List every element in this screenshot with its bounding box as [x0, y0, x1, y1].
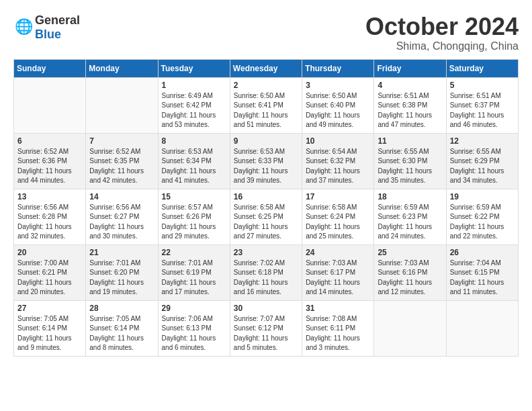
day-info: Sunrise: 6:51 AM Sunset: 6:38 PM Dayligh…: [378, 91, 442, 130]
day-header-wednesday: Wednesday: [230, 59, 302, 77]
calendar-cell: 31Sunrise: 7:08 AM Sunset: 6:11 PM Dayli…: [302, 300, 374, 356]
day-number: 6: [17, 136, 82, 146]
day-number: 26: [450, 248, 515, 257]
day-info: Sunrise: 7:03 AM Sunset: 6:16 PM Dayligh…: [378, 259, 442, 298]
calendar-week-row: 6Sunrise: 6:52 AM Sunset: 6:36 PM Daylig…: [14, 133, 519, 189]
day-header-monday: Monday: [86, 59, 158, 77]
month-title: October 2024: [365, 13, 519, 40]
logo: 🌐 General Blue: [13, 13, 80, 42]
day-number: 27: [17, 304, 82, 313]
day-info: Sunrise: 6:59 AM Sunset: 6:22 PM Dayligh…: [450, 203, 515, 242]
day-number: 31: [306, 304, 370, 313]
day-number: 16: [234, 192, 298, 201]
day-info: Sunrise: 6:53 AM Sunset: 6:33 PM Dayligh…: [234, 147, 298, 186]
day-info: Sunrise: 6:50 AM Sunset: 6:40 PM Dayligh…: [306, 91, 370, 130]
day-info: Sunrise: 6:55 AM Sunset: 6:29 PM Dayligh…: [450, 147, 515, 186]
calendar-week-row: 1Sunrise: 6:49 AM Sunset: 6:42 PM Daylig…: [14, 77, 519, 133]
day-info: Sunrise: 6:52 AM Sunset: 6:35 PM Dayligh…: [89, 147, 154, 186]
day-number: 22: [162, 248, 226, 257]
day-info: Sunrise: 7:06 AM Sunset: 6:13 PM Dayligh…: [162, 314, 226, 353]
day-number: 18: [378, 192, 442, 201]
day-info: Sunrise: 7:05 AM Sunset: 6:14 PM Dayligh…: [89, 314, 154, 353]
svg-text:🌐: 🌐: [15, 18, 32, 36]
calendar-cell: 24Sunrise: 7:03 AM Sunset: 6:17 PM Dayli…: [302, 244, 374, 300]
day-number: 8: [162, 136, 226, 146]
day-number: 14: [89, 192, 154, 201]
day-number: 29: [162, 304, 226, 313]
day-info: Sunrise: 6:49 AM Sunset: 6:42 PM Dayligh…: [162, 91, 226, 130]
day-number: 4: [378, 81, 442, 90]
day-info: Sunrise: 7:00 AM Sunset: 6:21 PM Dayligh…: [17, 259, 82, 298]
day-number: 23: [234, 248, 298, 257]
calendar-table: SundayMondayTuesdayWednesdayThursdayFrid…: [13, 59, 519, 357]
day-info: Sunrise: 6:56 AM Sunset: 6:28 PM Dayligh…: [17, 203, 82, 242]
day-number: 30: [234, 304, 298, 313]
day-info: Sunrise: 6:58 AM Sunset: 6:24 PM Dayligh…: [306, 203, 370, 242]
calendar-week-row: 27Sunrise: 7:05 AM Sunset: 6:14 PM Dayli…: [14, 300, 519, 356]
day-number: 11: [378, 136, 442, 146]
calendar-cell: 15Sunrise: 6:57 AM Sunset: 6:26 PM Dayli…: [158, 189, 230, 244]
day-number: 13: [17, 192, 82, 201]
day-header-saturday: Saturday: [446, 59, 518, 77]
calendar-cell: 18Sunrise: 6:59 AM Sunset: 6:23 PM Dayli…: [374, 189, 446, 244]
day-info: Sunrise: 7:02 AM Sunset: 6:18 PM Dayligh…: [234, 259, 298, 298]
calendar-cell: 26Sunrise: 7:04 AM Sunset: 6:15 PM Dayli…: [446, 244, 518, 300]
day-number: 5: [450, 81, 515, 90]
calendar-cell: 16Sunrise: 6:58 AM Sunset: 6:25 PM Dayli…: [230, 189, 302, 244]
calendar-header-row: SundayMondayTuesdayWednesdayThursdayFrid…: [14, 59, 519, 77]
calendar-cell: 10Sunrise: 6:54 AM Sunset: 6:32 PM Dayli…: [302, 133, 374, 189]
calendar-cell: 6Sunrise: 6:52 AM Sunset: 6:36 PM Daylig…: [14, 133, 86, 189]
logo-general: General: [35, 13, 80, 27]
calendar-cell: 22Sunrise: 7:01 AM Sunset: 6:19 PM Dayli…: [158, 244, 230, 300]
day-number: 17: [306, 192, 370, 201]
calendar-cell: 8Sunrise: 6:53 AM Sunset: 6:34 PM Daylig…: [158, 133, 230, 189]
day-info: Sunrise: 6:56 AM Sunset: 6:27 PM Dayligh…: [89, 203, 154, 242]
day-info: Sunrise: 6:55 AM Sunset: 6:30 PM Dayligh…: [378, 147, 442, 186]
logo-icon: 🌐: [13, 18, 32, 37]
day-info: Sunrise: 6:58 AM Sunset: 6:25 PM Dayligh…: [234, 203, 298, 242]
calendar-cell: 13Sunrise: 6:56 AM Sunset: 6:28 PM Dayli…: [14, 189, 86, 244]
day-number: 15: [162, 192, 226, 201]
day-number: 19: [450, 192, 515, 201]
day-info: Sunrise: 6:51 AM Sunset: 6:37 PM Dayligh…: [450, 91, 515, 130]
calendar-cell: 12Sunrise: 6:55 AM Sunset: 6:29 PM Dayli…: [446, 133, 518, 189]
day-number: 1: [162, 81, 226, 90]
day-number: 12: [450, 136, 515, 146]
calendar-body: 1Sunrise: 6:49 AM Sunset: 6:42 PM Daylig…: [14, 77, 519, 356]
calendar-cell: 17Sunrise: 6:58 AM Sunset: 6:24 PM Dayli…: [302, 189, 374, 244]
calendar-week-row: 20Sunrise: 7:00 AM Sunset: 6:21 PM Dayli…: [14, 244, 519, 300]
calendar-cell: 4Sunrise: 6:51 AM Sunset: 6:38 PM Daylig…: [374, 77, 446, 133]
day-info: Sunrise: 6:54 AM Sunset: 6:32 PM Dayligh…: [306, 147, 370, 186]
day-info: Sunrise: 7:03 AM Sunset: 6:17 PM Dayligh…: [306, 259, 370, 298]
calendar-cell: 25Sunrise: 7:03 AM Sunset: 6:16 PM Dayli…: [374, 244, 446, 300]
calendar-cell: 9Sunrise: 6:53 AM Sunset: 6:33 PM Daylig…: [230, 133, 302, 189]
calendar-cell: 28Sunrise: 7:05 AM Sunset: 6:14 PM Dayli…: [86, 300, 158, 356]
day-number: 20: [17, 248, 82, 257]
calendar-cell: 7Sunrise: 6:52 AM Sunset: 6:35 PM Daylig…: [86, 133, 158, 189]
day-info: Sunrise: 6:50 AM Sunset: 6:41 PM Dayligh…: [234, 91, 298, 130]
day-info: Sunrise: 6:59 AM Sunset: 6:23 PM Dayligh…: [378, 203, 442, 242]
day-header-sunday: Sunday: [14, 59, 86, 77]
calendar-cell: [86, 77, 158, 133]
day-number: 9: [234, 136, 298, 146]
day-info: Sunrise: 7:08 AM Sunset: 6:11 PM Dayligh…: [306, 314, 370, 353]
day-number: 7: [89, 136, 154, 146]
calendar-cell: [14, 77, 86, 133]
day-info: Sunrise: 6:52 AM Sunset: 6:36 PM Dayligh…: [17, 147, 82, 186]
calendar-cell: 19Sunrise: 6:59 AM Sunset: 6:22 PM Dayli…: [446, 189, 518, 244]
day-number: 10: [306, 136, 370, 146]
day-info: Sunrise: 7:01 AM Sunset: 6:19 PM Dayligh…: [162, 259, 226, 298]
day-number: 2: [234, 81, 298, 90]
day-info: Sunrise: 7:07 AM Sunset: 6:12 PM Dayligh…: [234, 314, 298, 353]
day-info: Sunrise: 6:53 AM Sunset: 6:34 PM Dayligh…: [162, 147, 226, 186]
logo-text: General Blue: [35, 13, 80, 42]
day-number: 3: [306, 81, 370, 90]
logo-blue: Blue: [35, 28, 61, 41]
day-header-friday: Friday: [374, 59, 446, 77]
day-header-tuesday: Tuesday: [158, 59, 230, 77]
day-info: Sunrise: 7:01 AM Sunset: 6:20 PM Dayligh…: [89, 259, 154, 298]
day-number: 24: [306, 248, 370, 257]
calendar-cell: [446, 300, 518, 356]
day-info: Sunrise: 7:04 AM Sunset: 6:15 PM Dayligh…: [450, 259, 515, 298]
calendar-cell: [374, 300, 446, 356]
